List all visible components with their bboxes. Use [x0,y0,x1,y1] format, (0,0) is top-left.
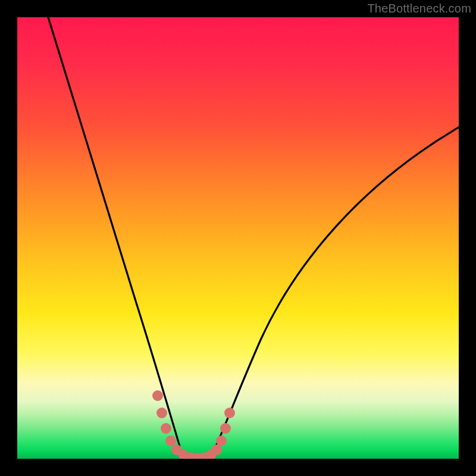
valley-markers [152,390,235,459]
svg-point-2 [161,423,171,434]
svg-point-3 [165,436,176,446]
svg-point-1 [156,408,167,418]
svg-point-13 [224,408,235,418]
watermark-text: TheBottleneck.com [367,2,471,15]
svg-point-0 [152,390,163,401]
plot-area [17,17,459,459]
svg-point-11 [216,436,227,446]
left-curve [48,17,183,456]
svg-point-12 [220,423,231,434]
right-curve [211,127,459,456]
chart-svg [17,17,459,459]
